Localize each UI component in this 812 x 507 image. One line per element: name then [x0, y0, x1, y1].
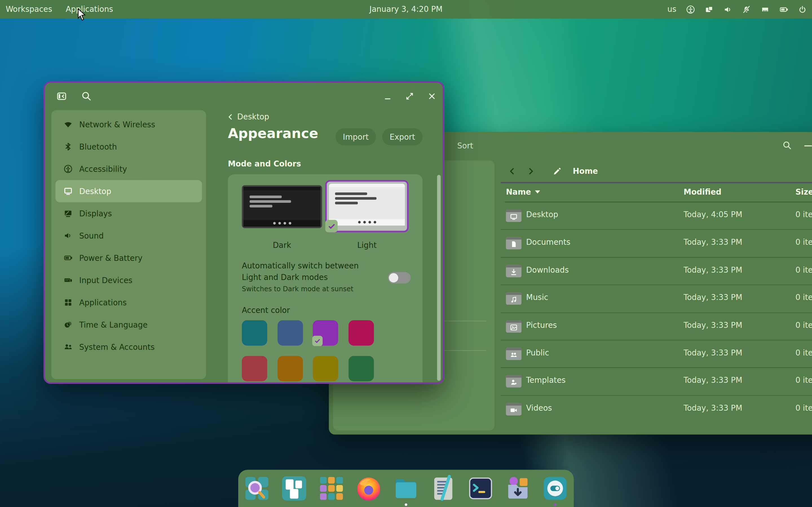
forward-icon[interactable] [527, 167, 535, 175]
selected-check-icon [312, 336, 323, 346]
selected-check-icon [325, 220, 338, 232]
dock-item-store[interactable] [503, 474, 532, 503]
file-name: Videos [526, 403, 552, 413]
folder-icon [506, 348, 521, 360]
close-icon[interactable] [426, 91, 437, 101]
accent-swatch-2[interactable] [313, 320, 338, 346]
search-icon[interactable] [782, 141, 792, 150]
volume-icon[interactable] [723, 5, 732, 13]
applications-menu[interactable]: Applications [66, 5, 113, 14]
file-size: 0 items [795, 321, 812, 330]
sidebar-item-label: System & Accounts [79, 342, 154, 351]
sidebar-item-accessibility[interactable]: Accessibility [56, 158, 202, 180]
file-row-desktop[interactable]: DesktopToday, 4:05 PM0 items [501, 202, 812, 229]
dark-mode-option[interactable] [242, 185, 322, 228]
sidebar-toggle-icon[interactable] [56, 91, 67, 101]
sidebar-item-time-language[interactable]: Time & Language [56, 314, 202, 336]
notifications-off-icon[interactable] [742, 5, 751, 13]
sidebar-item-system-accounts[interactable]: System & Accounts [56, 336, 202, 358]
file-row-music[interactable]: MusicToday, 3:33 PM0 items [501, 285, 812, 313]
workspaces-icon[interactable] [705, 5, 714, 13]
file-row-public[interactable]: PublicToday, 3:33 PM0 items [501, 340, 812, 368]
breadcrumb-location[interactable]: Home [573, 166, 598, 176]
file-modified: Today, 3:33 PM [683, 265, 742, 275]
bluetooth-icon [64, 142, 72, 151]
folder-icon [506, 320, 521, 332]
file-row-downloads[interactable]: DownloadsToday, 3:33 PM0 items [501, 257, 812, 284]
sidebar-item-desktop[interactable]: Desktop [56, 180, 202, 202]
sidebar-item-applications[interactable]: Applications [56, 291, 202, 314]
file-modified: Today, 3:33 PM [683, 348, 742, 357]
dock-item-firefox[interactable] [354, 474, 383, 503]
accent-swatch-3[interactable] [348, 320, 373, 346]
accent-swatch-6[interactable] [313, 356, 338, 381]
sidebar-item-input-devices[interactable]: Input Devices [56, 269, 202, 291]
file-row-videos[interactable]: VideosToday, 3:33 PM0 items [501, 395, 812, 423]
accessibility-icon[interactable] [686, 5, 695, 13]
minimize-icon[interactable] [804, 145, 812, 147]
minimize-icon[interactable] [383, 92, 393, 103]
file-modified: Today, 3:33 PM [683, 403, 742, 413]
file-row-documents[interactable]: DocumentsToday, 3:33 PM0 items [501, 229, 812, 257]
scrollbar-thumb[interactable] [437, 175, 441, 381]
file-size: 0 items [795, 348, 812, 357]
sidebar-item-displays[interactable]: Displays [56, 202, 202, 224]
edit-path-icon[interactable] [553, 167, 561, 175]
wifi-icon [64, 120, 72, 129]
accent-swatch-7[interactable] [348, 356, 373, 381]
workspaces-menu[interactable]: Workspaces [6, 5, 52, 14]
column-header-name[interactable]: Name [506, 187, 540, 196]
settings-window[interactable]: Network & WirelessBluetoothAccessibility… [43, 81, 444, 384]
displays-icon [64, 209, 72, 218]
accent-swatch-5[interactable] [277, 356, 303, 381]
power-icon[interactable] [798, 5, 807, 13]
dock-item-settings[interactable] [541, 474, 570, 503]
file-name: Downloads [526, 265, 569, 275]
sort-menu-item[interactable]: Sort [457, 141, 473, 151]
maximize-icon[interactable] [404, 91, 415, 101]
column-header-size[interactable]: Size [795, 187, 812, 196]
accent-swatch-0[interactable] [242, 320, 267, 346]
accent-swatch-4[interactable] [242, 356, 267, 381]
dock-item-terminal[interactable] [466, 474, 495, 503]
folder-icon [506, 403, 521, 415]
sidebar-item-network-wireless[interactable]: Network & Wireless [56, 113, 202, 135]
file-row-templates[interactable]: TemplatesToday, 3:33 PM0 items [501, 368, 812, 395]
search-icon[interactable] [81, 91, 92, 101]
file-name: Public [526, 348, 549, 357]
sidebar-item-label: Bluetooth [79, 142, 117, 151]
back-button[interactable]: Desktop [227, 112, 269, 122]
file-name: Documents [526, 238, 570, 247]
dock-item-text-editor[interactable] [429, 474, 458, 503]
page-title: Appearance [228, 126, 318, 141]
sidebar-item-label: Input Devices [79, 276, 133, 285]
sidebar-item-bluetooth[interactable]: Bluetooth [56, 135, 202, 158]
dock-item-workspaces[interactable] [280, 474, 309, 503]
sidebar-item-label: Sound [79, 231, 104, 240]
file-row-pictures[interactable]: PicturesToday, 3:33 PM0 items [501, 313, 812, 340]
sidebar-item-sound[interactable]: Sound [56, 224, 202, 247]
files-content: Home Name Modified Size DesktopToday, 4:… [501, 160, 812, 434]
keyboard-layout-indicator[interactable]: us [667, 5, 676, 14]
dock-item-files[interactable] [392, 474, 421, 503]
keyboard-icon [64, 276, 72, 284]
network-wired-icon[interactable] [761, 5, 769, 13]
section-title: Mode and Colors [228, 159, 301, 169]
sidebar-item-power-battery[interactable]: Power & Battery [56, 247, 202, 269]
export-button[interactable]: Export [382, 128, 423, 146]
sound-icon [64, 231, 72, 240]
light-mode-option-selected[interactable] [325, 180, 409, 232]
dock-item-launcher[interactable] [243, 474, 271, 503]
file-size: 0 items [795, 293, 812, 302]
column-header-modified[interactable]: Modified [683, 187, 721, 196]
file-modified: Today, 3:33 PM [683, 376, 742, 385]
accent-swatch-1[interactable] [277, 320, 303, 346]
dock-item-app-library[interactable] [317, 474, 346, 503]
chevron-left-icon [227, 113, 234, 121]
import-button[interactable]: Import [336, 128, 376, 146]
file-name: Pictures [526, 321, 557, 330]
auto-switch-toggle[interactable] [388, 272, 411, 283]
battery-icon[interactable] [779, 5, 788, 13]
back-icon[interactable] [508, 167, 516, 175]
table-header: Name Modified Size [501, 183, 812, 202]
